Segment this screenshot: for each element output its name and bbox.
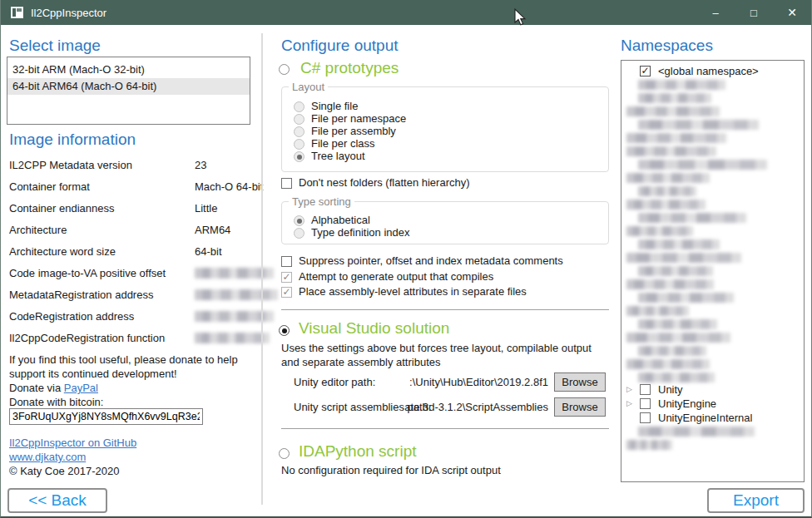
section-divider <box>281 309 609 310</box>
suppress-comments-checkbox[interactable] <box>281 256 292 267</box>
unity-script-path-value: ate.3d-3.1.2\ScriptAssemblies <box>404 401 548 413</box>
idapython-label[interactable]: IDAPython script <box>299 442 417 461</box>
info-value: ARM64 <box>195 224 230 236</box>
type-sorting-group-title: Type sorting <box>289 195 354 208</box>
file-per-namespace-label: File per namespace <box>311 112 406 125</box>
unityengineinternal-checkbox[interactable] <box>640 412 651 423</box>
type-definition-index-radio[interactable] <box>294 228 304 239</box>
file-per-class-label: File per class <box>311 137 375 150</box>
unityengineinternal-label: UnityEngineInternal <box>658 412 752 424</box>
redacted-namespace-row[interactable] <box>626 146 716 156</box>
info-value: 23 <box>195 159 206 171</box>
csharp-prototypes-radio[interactable] <box>279 64 290 75</box>
info-value: Mach-O 64-bit <box>195 180 263 193</box>
title-bar: Il2CppInspector – □ ✕ <box>1 0 811 25</box>
image-list-item[interactable]: 32-bit ARM (Mach-O 32-bit) <box>7 62 250 78</box>
file-per-assembly-radio[interactable] <box>294 126 304 137</box>
redacted-namespace-row[interactable] <box>638 80 725 90</box>
type-definition-index-label: Type definition index <box>311 226 410 239</box>
redacted-namespace-row[interactable] <box>638 160 767 170</box>
unity-checkbox[interactable] <box>640 384 651 395</box>
layout-group-title: Layout <box>289 81 328 93</box>
redacted-namespace-row[interactable] <box>638 93 711 103</box>
info-label: IL2CPP Metadata version <box>9 159 132 171</box>
info-value: 64-bit <box>195 245 222 258</box>
tree-layout-label: Tree layout <box>311 150 365 162</box>
tree-layout-radio[interactable] <box>294 151 304 162</box>
redacted-namespace-row[interactable] <box>626 279 714 289</box>
flatten-checkbox[interactable] <box>281 178 292 189</box>
redacted-namespace-row[interactable] <box>626 173 710 183</box>
assembly-attributes-checkbox[interactable]: ✓ <box>281 287 292 298</box>
app-icon <box>11 7 23 18</box>
redacted-namespace-row[interactable] <box>638 427 755 437</box>
close-button[interactable]: ✕ <box>773 0 811 25</box>
info-value-redacted <box>195 333 270 343</box>
unityengine-checkbox[interactable] <box>640 398 651 409</box>
section-divider <box>281 428 609 429</box>
image-list-item-selected[interactable]: 64-bit ARM64 (Mach-O 64-bit) <box>7 78 250 95</box>
redacted-namespace-row[interactable] <box>626 440 672 450</box>
redacted-namespace-row[interactable] <box>626 253 741 263</box>
redacted-namespace-row[interactable] <box>638 372 715 382</box>
redacted-namespace-row[interactable] <box>638 346 706 356</box>
expander-icon[interactable]: ▷ <box>626 385 632 393</box>
redacted-namespace-row[interactable] <box>638 266 713 276</box>
bitcoin-address-input[interactable] <box>9 408 203 425</box>
single-file-label: Single file <box>311 100 358 112</box>
donate-via-text: Donate via <box>9 382 64 394</box>
visual-studio-solution-radio[interactable] <box>279 325 290 336</box>
compile-output-label: Attempt to generate output that compiles <box>299 270 493 283</box>
csharp-prototypes-label[interactable]: C# prototypes <box>300 59 399 77</box>
redacted-namespace-row[interactable] <box>638 239 720 249</box>
minimize-button[interactable]: – <box>696 0 735 25</box>
visual-studio-solution-label[interactable]: Visual Studio solution <box>299 319 449 338</box>
redacted-namespace-row[interactable] <box>638 120 759 130</box>
vs-solution-description: Uses the settings above but forces tree … <box>281 341 609 369</box>
redacted-namespace-row[interactable] <box>638 186 696 196</box>
redacted-namespace-row[interactable] <box>626 333 730 343</box>
redacted-namespace-row[interactable] <box>626 133 726 143</box>
donate-message: If you find this tool useful, please don… <box>9 353 255 381</box>
image-listbox[interactable]: 32-bit ARM (Mach-O 32-bit) 64-bit ARM64 … <box>7 57 250 125</box>
idapython-description: No configuration required for IDA script… <box>281 463 501 477</box>
unity-label: Unity <box>658 383 683 396</box>
namespaces-heading: Namespaces <box>621 37 713 55</box>
global-namespace-label: <global namespace> <box>658 65 759 77</box>
configure-output-heading: Configure output <box>281 37 399 55</box>
file-per-class-radio[interactable] <box>294 139 304 150</box>
compile-output-checkbox[interactable]: ✓ <box>281 272 292 283</box>
select-image-heading: Select image <box>9 37 101 55</box>
column-divider <box>261 33 263 505</box>
unity-editor-path-label: Unity editor path: <box>294 376 375 388</box>
browse-editor-path-button[interactable]: Browse <box>554 372 606 392</box>
flatten-checkbox-label: Don't nest folders (flatten hierarchy) <box>299 176 470 189</box>
redacted-namespace-row[interactable] <box>626 359 710 369</box>
browse-script-path-button[interactable]: Browse <box>554 397 606 417</box>
website-link[interactable]: www.djkaty.com <box>9 451 86 463</box>
expander-icon[interactable]: ▷ <box>626 399 632 407</box>
redacted-namespace-row[interactable] <box>626 306 689 316</box>
alphabetical-label: Alphabetical <box>311 214 370 226</box>
redacted-namespace-row[interactable] <box>626 226 693 236</box>
idapython-radio[interactable] <box>279 448 290 459</box>
alphabetical-radio[interactable] <box>294 215 304 226</box>
back-button[interactable]: << Back <box>7 488 107 513</box>
github-link[interactable]: Il2CppInspector on GitHub <box>9 437 136 449</box>
redacted-namespace-row[interactable] <box>638 293 734 303</box>
info-value-redacted <box>195 289 278 300</box>
single-file-radio[interactable] <box>294 101 304 112</box>
info-label: Container format <box>9 180 90 193</box>
redacted-namespace-row[interactable] <box>638 213 746 223</box>
app-window: Il2CppInspector – □ ✕ Select image 32-bi… <box>0 0 812 518</box>
redacted-namespace-row[interactable] <box>626 200 706 210</box>
global-namespace-checkbox[interactable]: ✓ <box>640 66 651 76</box>
redacted-namespace-row[interactable] <box>626 106 720 116</box>
file-per-namespace-radio[interactable] <box>294 114 304 125</box>
maximize-button[interactable]: □ <box>735 0 773 25</box>
export-button[interactable]: Export <box>707 488 805 513</box>
bitcoin-label: Donate with bitcoin: <box>9 395 103 409</box>
redacted-namespace-row[interactable] <box>638 319 717 329</box>
suppress-comments-label: Suppress pointer, offset and index metad… <box>299 254 563 267</box>
paypal-link[interactable]: PayPal <box>64 382 98 394</box>
